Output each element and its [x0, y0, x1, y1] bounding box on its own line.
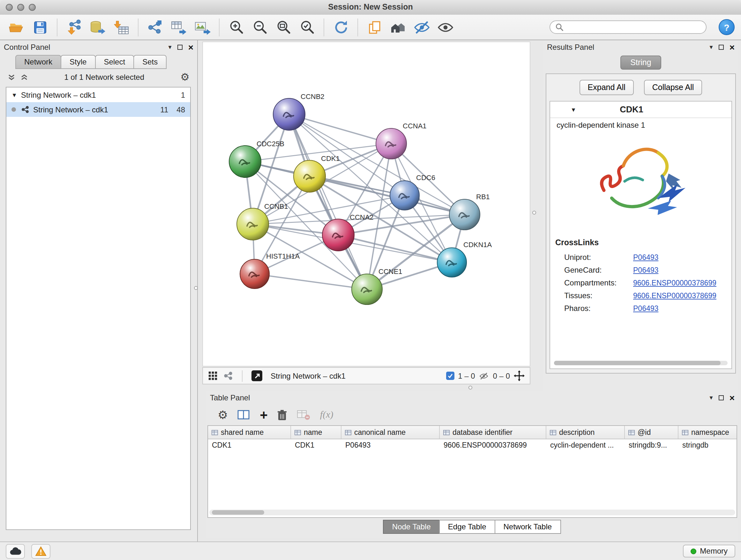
- string-home-button[interactable]: [388, 17, 408, 37]
- tab-string[interactable]: String: [620, 56, 661, 70]
- tab-network-table[interactable]: Network Table: [495, 520, 561, 534]
- crosslink-row: Compartments:9606.ENSP00000378699: [555, 276, 726, 289]
- refresh-button[interactable]: [331, 17, 351, 37]
- network-row-selected[interactable]: String Network – cdk1 11 48: [6, 102, 190, 117]
- table-cell[interactable]: CDK1: [291, 439, 341, 451]
- memory-button[interactable]: Memory: [683, 545, 735, 557]
- table-cell[interactable]: stringdb:9...: [625, 439, 678, 451]
- column-header--id[interactable]: @id: [625, 426, 678, 439]
- network-canvas[interactable]: CCNB2CCNA1CDC25BCDK1CDC6RB1CCNB1CCNA2CDK…: [202, 42, 530, 367]
- gene-description: cyclin-dependent kinase 1: [550, 118, 731, 131]
- maximize-panel-icon[interactable]: [178, 44, 183, 50]
- zoom-selected-button[interactable]: [297, 17, 317, 37]
- expand-all-icon[interactable]: [20, 73, 28, 81]
- import-network-database-button[interactable]: [87, 17, 108, 37]
- float-panel-icon[interactable]: ▾: [169, 44, 172, 50]
- close-panel-icon[interactable]: ×: [730, 43, 735, 51]
- table-cell[interactable]: CDK1: [208, 439, 291, 451]
- crosslink-link[interactable]: 9606.ENSP00000378699: [633, 292, 717, 300]
- warning-button[interactable]: [31, 544, 51, 558]
- column-header-shared-name[interactable]: shared name: [208, 426, 291, 439]
- export-table-button[interactable]: [169, 17, 189, 37]
- collapse-all-icon[interactable]: [8, 73, 15, 81]
- help-button[interactable]: ?: [719, 19, 735, 35]
- column-header-name[interactable]: name: [291, 426, 341, 439]
- network-icon: [21, 105, 29, 114]
- tab-sets[interactable]: Sets: [133, 55, 166, 69]
- node-label-ccnb1: CCNB1: [264, 202, 288, 210]
- table-cell[interactable]: P06493: [341, 439, 440, 451]
- zoom-out-button[interactable]: [250, 17, 270, 37]
- maximize-panel-icon[interactable]: [719, 395, 724, 400]
- create-column-plus-icon[interactable]: +: [260, 408, 268, 422]
- collapse-triangle-icon[interactable]: ▼: [11, 91, 17, 98]
- float-panel-icon[interactable]: ▾: [710, 44, 713, 50]
- gene-symbol: CDK1: [620, 105, 682, 114]
- zoom-in-icon: [228, 19, 244, 35]
- database-import-icon: [89, 19, 106, 36]
- birdseye-grid-icon[interactable]: [208, 371, 218, 381]
- crosslink-label: Pharos:: [564, 304, 633, 313]
- crosslink-link[interactable]: P06493: [633, 266, 658, 274]
- copy-document-icon: [367, 19, 382, 35]
- gene-header[interactable]: ▼ CDK1: [550, 102, 731, 118]
- network-collection-row[interactable]: ▼ String Network – cdk1 1: [6, 87, 190, 102]
- clone-network-button[interactable]: [364, 17, 385, 37]
- cloud-button[interactable]: [6, 544, 25, 558]
- column-header-description[interactable]: description: [546, 426, 625, 439]
- network-small-icon[interactable]: [223, 371, 233, 381]
- tab-style[interactable]: Style: [61, 55, 95, 69]
- save-session-button[interactable]: [30, 17, 51, 37]
- splitter-handle[interactable]: [532, 211, 536, 214]
- column-icon: [682, 429, 689, 436]
- column-header-namespace[interactable]: namespace: [678, 426, 737, 439]
- tab-edge-table[interactable]: Edge Table: [439, 520, 495, 534]
- column-header-canonical-name[interactable]: canonical name: [341, 426, 440, 439]
- edge-hist1h1a-ccne1[interactable]: [255, 274, 367, 289]
- function-builder-icon[interactable]: f(x): [320, 409, 333, 420]
- hide-unselected-button[interactable]: [412, 17, 432, 37]
- collapse-triangle-icon[interactable]: ▼: [570, 106, 576, 113]
- zoom-in-button[interactable]: [226, 17, 246, 37]
- tab-node-table[interactable]: Node Table: [383, 520, 440, 534]
- table-horizontal-scrollbar[interactable]: [209, 509, 735, 515]
- crosslink-link[interactable]: P06493: [633, 305, 658, 312]
- tab-select[interactable]: Select: [95, 55, 134, 69]
- new-network-from-selection-button[interactable]: [145, 17, 165, 37]
- import-network-file-button[interactable]: [64, 17, 84, 37]
- delete-column-trash-icon[interactable]: [277, 409, 287, 421]
- tab-network[interactable]: Network: [15, 55, 61, 69]
- table-cell[interactable]: 9606.ENSP00000378699: [440, 439, 546, 451]
- maximize-panel-icon[interactable]: [719, 44, 724, 50]
- table-cell[interactable]: stringdb: [678, 439, 737, 451]
- crosslink-link[interactable]: 9606.ENSP00000378699: [633, 279, 717, 287]
- collapse-all-button[interactable]: Collapse All: [644, 80, 702, 95]
- show-columns-icon[interactable]: [238, 409, 250, 421]
- hidden-eye-icon[interactable]: [479, 371, 489, 380]
- zoom-fit-button[interactable]: [273, 17, 293, 37]
- column-icon: [345, 429, 352, 436]
- expand-all-button[interactable]: Expand All: [580, 80, 634, 95]
- gear-icon[interactable]: ⚙: [180, 72, 190, 82]
- selected-checkbox-icon[interactable]: [446, 372, 454, 380]
- export-image-button[interactable]: [192, 17, 212, 37]
- open-session-button[interactable]: [6, 17, 27, 37]
- splitter-handle[interactable]: [468, 386, 472, 389]
- network-graph: CCNB2CCNA1CDC25BCDK1CDC6RB1CCNB1CCNA2CDK…: [203, 42, 530, 366]
- node-count: 11: [160, 105, 168, 114]
- open-external-button[interactable]: [252, 370, 262, 381]
- import-table-button[interactable]: [111, 17, 131, 37]
- crosslink-link[interactable]: P06493: [633, 253, 658, 261]
- search-input[interactable]: [567, 22, 701, 32]
- move-crosshair-icon[interactable]: [514, 370, 525, 381]
- splitter-handle[interactable]: [194, 286, 198, 290]
- table-cell[interactable]: cyclin-dependent ...: [546, 439, 625, 451]
- table-settings-gear-icon[interactable]: ⚙: [218, 409, 228, 421]
- float-panel-icon[interactable]: ▾: [710, 394, 713, 401]
- column-header-database-identifier[interactable]: database identifier: [440, 426, 546, 439]
- close-panel-icon[interactable]: ×: [188, 43, 193, 51]
- close-panel-icon[interactable]: ×: [730, 393, 735, 402]
- edge-ccnb2-ccne1[interactable]: [289, 114, 367, 289]
- show-all-button[interactable]: [435, 17, 456, 37]
- results-horizontal-scrollbar[interactable]: [554, 361, 728, 365]
